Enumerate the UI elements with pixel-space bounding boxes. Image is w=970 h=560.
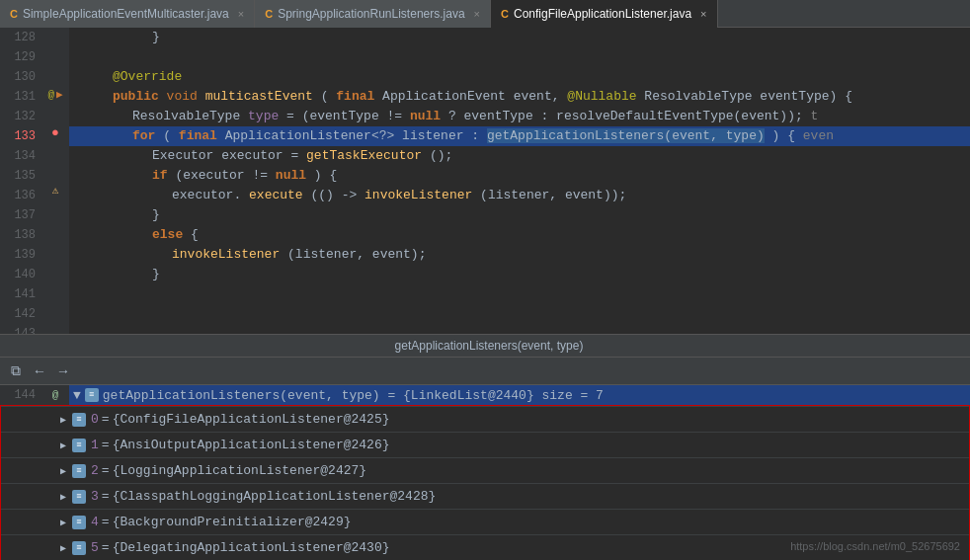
debug-row-4[interactable]: ▶ ≡ 4 = {BackgroundPreinitializer@2429} <box>1 509 969 534</box>
breakpoint-icon[interactable]: ● <box>51 123 59 143</box>
item-icon-5: ≡ <box>72 541 86 555</box>
code-line-133: for ( final ApplicationListener<?> liste… <box>69 126 970 146</box>
code-line-137: } <box>69 205 970 225</box>
override-icon: @ <box>47 85 54 105</box>
tab-bar: C SimpleApplicationEventMulticaster.java… <box>0 0 970 28</box>
code-line-139: invokeListener (listener, event); <box>69 245 970 265</box>
close-icon-0[interactable]: × <box>238 8 244 20</box>
debug-header-label: getApplicationListeners(event, type) = {… <box>103 388 604 403</box>
warning-icon: ⚠ <box>52 181 59 200</box>
debug-at-icon: @ <box>52 389 59 401</box>
gutter: @ ▶ ● ⚠ <box>41 28 69 334</box>
copy-icon: ⧉ <box>11 363 21 379</box>
code-line-132: ResolvableType type = (eventType != null… <box>69 107 970 126</box>
debug-variables-panel: 144 @ ▼ ≡ getApplicationListeners(event,… <box>0 385 970 560</box>
close-icon-1[interactable]: × <box>474 8 480 20</box>
code-line-134: Executor executor = getTaskExecutor (); <box>69 146 970 166</box>
item-icon-4: ≡ <box>72 516 86 529</box>
tab-simple-multicaster[interactable]: C SimpleApplicationEventMulticaster.java… <box>0 0 255 28</box>
expand-icon-1[interactable]: ▶ <box>60 440 66 451</box>
watermark: https://blog.csdn.net/m0_52675692 <box>790 540 960 552</box>
gutter-144: @ <box>41 385 69 405</box>
back-button[interactable]: ← <box>30 361 49 381</box>
debug-row-1[interactable]: ▶ ≡ 1 = {AnsiOutputApplicationListener@2… <box>1 432 969 457</box>
tab-label-1: SpringApplicationRunListeners.java <box>278 7 464 21</box>
close-icon-2[interactable]: × <box>700 8 706 20</box>
code-line-130: @Override <box>69 67 970 87</box>
tab-spring-run-listeners[interactable]: C SpringApplicationRunListeners.java × <box>255 0 491 28</box>
expand-icon-0[interactable]: ▶ <box>60 414 66 426</box>
popup-breadcrumb: getApplicationListeners(event, type) <box>0 334 970 358</box>
item-icon-0: ≡ <box>72 413 86 427</box>
code-line-128: } <box>69 28 970 47</box>
code-line-131: public void multicastEvent ( final Appli… <box>69 87 970 107</box>
popup-title: getApplicationListeners(event, type) <box>8 339 970 353</box>
java-icon-2: C <box>501 8 509 20</box>
code-line-141 <box>69 284 970 304</box>
item-icon-2: ≡ <box>72 464 86 478</box>
expand-icon-5[interactable]: ▶ <box>60 542 66 554</box>
debug-row-3[interactable]: ▶ ≡ 3 = {ClasspathLoggingApplicationList… <box>1 483 969 509</box>
debug-header-row: ▼ ≡ getApplicationListeners(event, type)… <box>69 385 970 405</box>
expand-icon-4[interactable]: ▶ <box>60 517 66 528</box>
tab-config-file-listener[interactable]: C ConfigFileApplicationListener.java × <box>491 0 718 28</box>
tab-label-2: ConfigFileApplicationListener.java <box>514 7 691 21</box>
debug-row-0[interactable]: ▶ ≡ 0 = {ConfigFileApplicationListener@2… <box>1 406 969 432</box>
java-icon: C <box>10 8 18 20</box>
tab-label: SimpleApplicationEventMulticaster.java <box>23 7 229 21</box>
expand-icon-2[interactable]: ▶ <box>60 465 66 477</box>
java-icon-1: C <box>265 8 273 20</box>
collapse-arrow[interactable]: ▼ <box>73 388 81 403</box>
debug-toolbar: ⧉ ← → <box>0 358 970 385</box>
run-icon[interactable]: ▶ <box>56 85 63 105</box>
back-icon: ← <box>36 363 43 379</box>
item-icon-3: ≡ <box>72 490 86 504</box>
item-icon-1: ≡ <box>72 439 86 452</box>
code-line-135: if (executor != null ) { <box>69 166 970 186</box>
code-line-142 <box>69 304 970 324</box>
code-line-129 <box>69 47 970 67</box>
debug-row-2[interactable]: ▶ ≡ 2 = {LoggingApplicationListener@2427… <box>1 457 969 483</box>
code-content: } @Override public void multicastEvent (… <box>69 28 970 334</box>
forward-button[interactable]: → <box>53 361 73 381</box>
code-line-136: executor. execute (() -> invokeListener … <box>69 186 970 205</box>
code-editor: 128 129 130 131 132 133 134 135 136 137 … <box>0 28 970 334</box>
copy-button[interactable]: ⧉ <box>6 361 26 381</box>
line-number-144: 144 <box>0 385 41 405</box>
code-line-138: else { <box>69 225 970 245</box>
debug-rows-container: ▶ ≡ 0 = {ConfigFileApplicationListener@2… <box>0 405 970 560</box>
expand-icon-3[interactable]: ▶ <box>60 491 66 503</box>
line-numbers: 128 129 130 131 132 133 134 135 136 137 … <box>0 28 41 334</box>
list-var-icon: ≡ <box>85 388 99 402</box>
code-line-140: } <box>69 265 970 284</box>
code-line-143 <box>69 324 970 334</box>
forward-icon: → <box>59 363 67 379</box>
